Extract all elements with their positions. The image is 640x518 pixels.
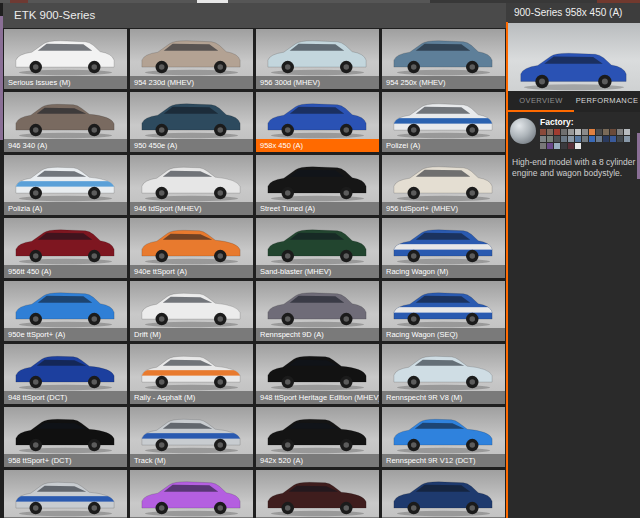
car-thumbnail [256, 155, 379, 202]
config-cell[interactable]: Track (M) [130, 407, 253, 467]
detail-title: 900-Series 958x 450 (A) [514, 7, 622, 18]
config-cell[interactable]: Rally - Asphalt (M) [130, 344, 253, 404]
factory-color-swatch[interactable] [589, 136, 595, 142]
car-thumbnail [256, 281, 379, 328]
config-cell[interactable]: Sand-blaster (MHEV) [256, 218, 379, 278]
config-cell-label: 948 ttSport (DCT) [4, 391, 127, 404]
config-cell[interactable]: Tuningstudio 900 Wagon (M) [382, 470, 505, 518]
factory-color-swatch[interactable] [568, 143, 574, 149]
factory-color-swatch[interactable] [561, 143, 567, 149]
config-cell[interactable]: Tuningstudio 900 (M) [256, 470, 379, 518]
config-cell[interactable]: 946 340 (A) [4, 92, 127, 152]
car-thumbnail [4, 344, 127, 391]
config-cell-label: Polizei (A) [382, 139, 505, 152]
config-cell-label: 940e ttSport (A) [130, 265, 253, 278]
list-header: ETK 900-Series [3, 3, 506, 28]
car-thumbnail [256, 344, 379, 391]
detail-content: Factory: High-end model with a 8 cylinde… [508, 112, 640, 518]
config-cell[interactable]: 942x 520 (A) [256, 407, 379, 467]
car-thumbnail [382, 470, 505, 517]
config-cell[interactable]: A Special thank you... [130, 470, 253, 518]
factory-color-swatch[interactable] [596, 129, 602, 135]
config-cell[interactable]: 954 230d (MHEV) [130, 29, 253, 89]
config-list-panel: ETK 900-Series Serious Issues (M)954 230… [0, 3, 506, 518]
factory-color-swatch[interactable] [582, 136, 588, 142]
config-cell-label: 958x 450 (A) [256, 139, 379, 152]
left-scrollbar-thumb[interactable] [0, 16, 3, 140]
config-cell[interactable]: Rennspecht 9R V8 (M) [382, 344, 505, 404]
config-cell-label: Racing Wagon (M) [382, 265, 505, 278]
config-cell-label: 946 tdSport (MHEV) [130, 202, 253, 215]
car-thumbnail [382, 344, 505, 391]
config-cell[interactable]: Serious Issues (M) [4, 29, 127, 89]
config-cell[interactable]: 954 250x (MHEV) [382, 29, 505, 89]
factory-color-swatch[interactable] [554, 143, 560, 149]
factory-color-swatch[interactable] [589, 129, 595, 135]
config-cell-label: Street Tuned (A) [256, 202, 379, 215]
factory-color-swatch[interactable] [617, 129, 623, 135]
factory-block: Factory: [540, 116, 630, 149]
config-cell-label: Racing Wagon (SEQ) [382, 328, 505, 341]
config-cell[interactable]: 950 450e (A) [130, 92, 253, 152]
factory-color-swatch[interactable] [568, 136, 574, 142]
config-cell[interactable]: 946 tdSport (MHEV) [130, 155, 253, 215]
factory-color-swatch[interactable] [561, 129, 567, 135]
factory-color-swatch[interactable] [596, 136, 602, 142]
config-cell[interactable]: 958x 450 (A) [256, 92, 379, 152]
config-cell[interactable]: Drift (M) [130, 281, 253, 341]
factory-color-swatch[interactable] [554, 136, 560, 142]
config-cell[interactable]: 958 ttSport+ (DCT) [4, 407, 127, 467]
config-cell-label: 950 450e (A) [130, 139, 253, 152]
factory-color-swatch[interactable] [540, 129, 546, 135]
config-cell[interactable]: 948 ttSport Heritage Edition (MHEV) [256, 344, 379, 404]
car-thumbnail [382, 218, 505, 265]
config-cell[interactable]: Track (SEQ) [4, 470, 127, 518]
factory-color-swatch[interactable] [582, 129, 588, 135]
factory-color-swatch[interactable] [561, 136, 567, 142]
config-cell-label: 946 340 (A) [4, 139, 127, 152]
config-cell-label: 950e ttSport+ (A) [4, 328, 127, 341]
config-cell[interactable]: 940e ttSport (A) [130, 218, 253, 278]
factory-color-swatch[interactable] [575, 136, 581, 142]
car-thumbnail [256, 29, 379, 76]
factory-color-swatch[interactable] [547, 136, 553, 142]
factory-color-swatch[interactable] [624, 129, 630, 135]
vehicle-config-screen: ETK 900-Series Serious Issues (M)954 230… [0, 0, 640, 518]
config-cell[interactable]: Racing Wagon (M) [382, 218, 505, 278]
environment-thumbnail[interactable] [510, 118, 536, 144]
config-cell[interactable]: Rennspecht 9D (A) [256, 281, 379, 341]
factory-color-swatch[interactable] [624, 136, 630, 142]
car-thumbnail [130, 344, 253, 391]
factory-color-swatch[interactable] [610, 129, 616, 135]
detail-header: 900-Series 958x 450 (A) [506, 3, 640, 23]
tab-overview[interactable]: OVERVIEW [508, 91, 574, 112]
config-cell[interactable]: 950e ttSport+ (A) [4, 281, 127, 341]
factory-color-swatch[interactable] [540, 143, 546, 149]
config-cell[interactable]: 956 tdSport+ (MHEV) [382, 155, 505, 215]
car-thumbnail [256, 470, 379, 517]
config-cell-label: Drift (M) [130, 328, 253, 341]
factory-color-swatch[interactable] [617, 136, 623, 142]
config-cell-label: Serious Issues (M) [4, 76, 127, 89]
config-cell[interactable]: 948 ttSport (DCT) [4, 344, 127, 404]
factory-color-swatch[interactable] [547, 129, 553, 135]
config-cell[interactable]: Street Tuned (A) [256, 155, 379, 215]
factory-color-swatch[interactable] [575, 129, 581, 135]
tab-performance[interactable]: PERFORMANCE [574, 91, 640, 112]
car-thumbnail [382, 155, 505, 202]
factory-color-swatch[interactable] [540, 136, 546, 142]
config-cell[interactable]: 956 300d (MHEV) [256, 29, 379, 89]
factory-color-swatch[interactable] [610, 136, 616, 142]
config-cell[interactable]: Racing Wagon (SEQ) [382, 281, 505, 341]
config-cell[interactable]: Rennspecht 9R V12 (DCT) [382, 407, 505, 467]
config-cell[interactable]: Polizia (A) [4, 155, 127, 215]
car-thumbnail [130, 281, 253, 328]
factory-color-swatch[interactable] [568, 129, 574, 135]
factory-color-swatch[interactable] [603, 129, 609, 135]
factory-color-swatch[interactable] [547, 143, 553, 149]
config-cell[interactable]: 956tt 450 (A) [4, 218, 127, 278]
factory-color-swatch[interactable] [575, 143, 581, 149]
factory-color-swatch[interactable] [554, 129, 560, 135]
config-cell[interactable]: Polizei (A) [382, 92, 505, 152]
factory-color-swatch[interactable] [603, 136, 609, 142]
